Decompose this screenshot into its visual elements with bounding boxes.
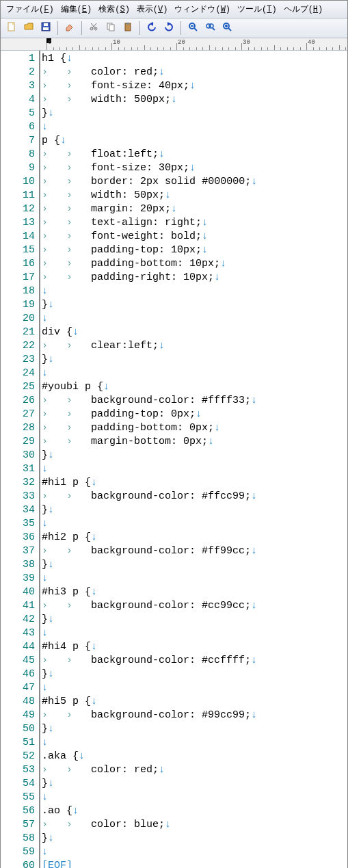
code-view[interactable]: h1 {↓› › color: red;↓› › font-size: 40px…	[40, 51, 347, 868]
ruler-tick	[163, 47, 164, 50]
code-line[interactable]: ↓	[42, 681, 347, 695]
code-line[interactable]: › › background-color: #ffcc99;↓	[42, 490, 347, 503]
code-line[interactable]: ↓	[42, 367, 347, 380]
code-line[interactable]: ↓	[42, 627, 347, 640]
code-line[interactable]: › › color: red;↓	[42, 66, 347, 79]
cut-button[interactable]	[86, 21, 101, 36]
code-line[interactable]: .ao {↓	[42, 804, 347, 818]
line-number: 41	[1, 599, 35, 613]
code-line[interactable]: }↓	[42, 832, 347, 845]
code-line[interactable]: }↓	[42, 503, 347, 517]
ruler-tick	[319, 47, 320, 50]
svg-line-11	[194, 28, 197, 31]
code-line[interactable]: › › background-color: #ccffff;↓	[42, 654, 347, 668]
ruler-tick	[293, 47, 294, 50]
menu-t[interactable]: ツール(T)	[235, 2, 280, 16]
code-line[interactable]: › › width: 50px;↓	[42, 189, 347, 202]
redo-button[interactable]	[161, 21, 176, 36]
code-line[interactable]: #youbi p {↓	[42, 380, 347, 394]
menu-h[interactable]: ヘルプ(H)	[281, 2, 326, 16]
code-line[interactable]: }↓	[42, 777, 347, 791]
line-number: 34	[1, 503, 35, 517]
line-number: 35	[1, 517, 35, 531]
cut-icon	[88, 21, 99, 35]
svg-rect-3	[44, 23, 48, 26]
new-file-button[interactable]	[4, 21, 19, 36]
code-line[interactable]: › › padding-top: 10px;↓	[42, 244, 347, 257]
code-line[interactable]: }↓	[42, 668, 347, 681]
code-line[interactable]: › › clear:left;↓	[42, 339, 347, 353]
menu-e[interactable]: 編集(E)	[58, 2, 95, 16]
code-line[interactable]: ↓	[42, 572, 347, 586]
code-line[interactable]: › › color: blue;↓	[42, 818, 347, 832]
code-line[interactable]: › › padding-top: 0px;↓	[42, 408, 347, 421]
code-line[interactable]: ↓	[42, 736, 347, 750]
code-line[interactable]: div {↓	[42, 326, 347, 339]
code-line[interactable]: ↓	[42, 285, 347, 298]
copy-icon	[105, 21, 116, 35]
ruler-label: 10	[113, 39, 120, 46]
menu-f[interactable]: ファイル(F)	[3, 2, 57, 16]
code-line[interactable]: #hi3 p {↓	[42, 586, 347, 599]
copy-button[interactable]	[103, 21, 118, 36]
code-line[interactable]: › › padding-right: 10px;↓	[42, 271, 347, 285]
code-line[interactable]: › › margin-bottom: 0px;↓	[42, 435, 347, 449]
code-line[interactable]: › › background-color: #ff99cc;↓	[42, 544, 347, 558]
menu-s[interactable]: 検索(S)	[96, 2, 133, 16]
code-line[interactable]: #hi1 p {↓	[42, 476, 347, 490]
code-line[interactable]: }↓	[42, 298, 347, 312]
menu-v[interactable]: 表示(V)	[134, 2, 171, 16]
code-line[interactable]: p {↓	[42, 134, 347, 148]
undo-button[interactable]	[144, 21, 159, 36]
code-line[interactable]: › › font-size: 40px;↓	[42, 79, 347, 93]
svg-rect-9	[126, 23, 129, 25]
code-line[interactable]: ↓	[42, 791, 347, 804]
code-line[interactable]: }↓	[42, 353, 347, 367]
code-line[interactable]: }↓	[42, 722, 347, 736]
code-line[interactable]: › › text-align: right;↓	[42, 216, 347, 230]
code-line[interactable]: › › border: 2px solid #000000;↓	[42, 175, 347, 189]
code-line[interactable]: ↓	[42, 312, 347, 326]
zoom-fit-icon	[204, 21, 215, 35]
code-line[interactable]: ↓	[42, 120, 347, 134]
line-number: 46	[1, 668, 35, 681]
code-line[interactable]: }↓	[42, 449, 347, 462]
code-line[interactable]: ↓	[42, 845, 347, 859]
code-line[interactable]: ↓	[42, 517, 347, 531]
code-line[interactable]: }↓	[42, 613, 347, 627]
code-line[interactable]: h1 {↓	[42, 52, 347, 66]
code-line[interactable]: }↓	[42, 558, 347, 572]
erase-button[interactable]	[62, 21, 77, 36]
code-line[interactable]: › › background-color: #ffff33;↓	[42, 394, 347, 408]
ruler-tick	[183, 47, 184, 50]
code-line[interactable]: › › padding-bottom: 0px;↓	[42, 421, 347, 435]
zoom-fit-button[interactable]	[202, 21, 217, 36]
open-file-button[interactable]	[21, 21, 36, 36]
code-line[interactable]: › › background-color: #99cc99;↓	[42, 709, 347, 722]
editor-area[interactable]: 1234567891011121314151617181920212223242…	[1, 51, 347, 868]
save-button[interactable]	[38, 21, 53, 36]
line-number: 32	[1, 476, 35, 490]
code-line[interactable]: .aka {↓	[42, 750, 347, 763]
zoom-out-button[interactable]	[185, 21, 200, 36]
paste-button[interactable]	[120, 21, 135, 36]
zoom-in-button[interactable]	[219, 21, 235, 36]
code-line[interactable]: }↓	[42, 107, 347, 120]
code-line[interactable]: › › color: red;↓	[42, 763, 347, 777]
code-line[interactable]: › › padding-bottom: 10px;↓	[42, 257, 347, 271]
code-line[interactable]: › › background-color: #cc99cc;↓	[42, 599, 347, 613]
ruler: 010203040	[1, 38, 347, 51]
code-line[interactable]: › › width: 500px;↓	[42, 93, 347, 107]
code-line[interactable]: › › float:left;↓	[42, 148, 347, 161]
line-number: 51	[1, 736, 35, 750]
code-line[interactable]: › › margin: 20px;↓	[42, 202, 347, 216]
line-number: 28	[1, 421, 35, 435]
code-line[interactable]: › › font-weight: bold;↓	[42, 230, 347, 244]
code-line[interactable]: #hi5 p {↓	[42, 695, 347, 709]
code-line[interactable]: #hi2 p {↓	[42, 531, 347, 544]
menu-w[interactable]: ウィンドウ(W)	[172, 2, 233, 16]
code-line[interactable]: › › font-size: 30px;↓	[42, 161, 347, 175]
line-number: 55	[1, 791, 35, 804]
code-line[interactable]: #hi4 p {↓	[42, 640, 347, 654]
code-line[interactable]: ↓	[42, 462, 347, 476]
